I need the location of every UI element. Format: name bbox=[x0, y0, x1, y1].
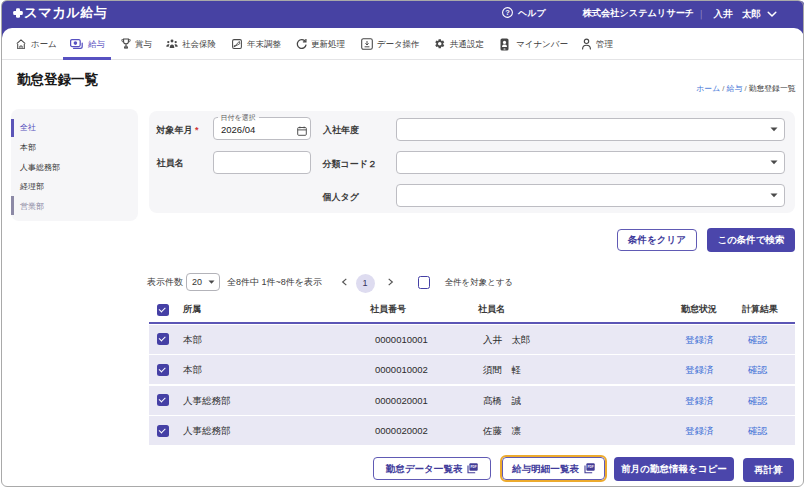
svg-text:?: ? bbox=[505, 8, 510, 17]
svg-text:PDF: PDF bbox=[587, 465, 593, 469]
svg-text:PDF: PDF bbox=[471, 465, 477, 469]
